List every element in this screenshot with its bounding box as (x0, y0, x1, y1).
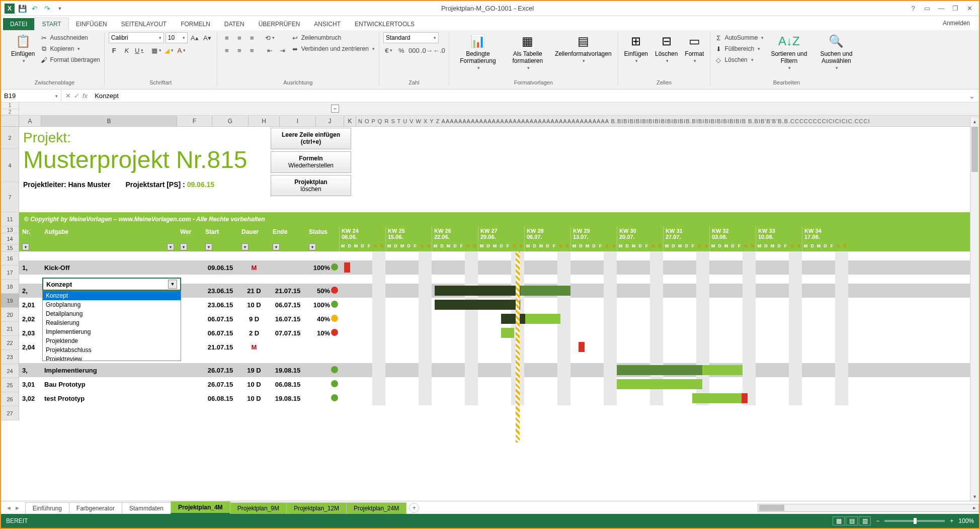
zoom-in-icon[interactable]: + (950, 517, 953, 524)
task-row[interactable]: 1,Kick-Off09.06.15M100% (19, 260, 979, 275)
expand-formula-icon[interactable]: ⌄ (964, 91, 979, 101)
format-as-table-button[interactable]: ▦Als Tabelle formatieren▾ (506, 32, 550, 71)
font-size-combo[interactable]: 10▾ (166, 32, 188, 43)
fill-color-button[interactable]: ◢▾ (164, 45, 175, 56)
dropdown-option[interactable]: Projektreview (43, 355, 181, 361)
col-g[interactable]: G (212, 116, 249, 126)
sheet-tab[interactable]: Projektplan_12M (286, 502, 347, 514)
zoom-level[interactable]: 100% (958, 517, 974, 524)
row-header-15[interactable]: 15 (1, 244, 19, 251)
signin-link[interactable]: Anmelden (943, 20, 979, 27)
row-header-4[interactable]: 4 (1, 149, 19, 182)
filter-nr[interactable]: ▾ (22, 243, 29, 250)
sheet-tab[interactable]: Projektplan_9M (230, 502, 287, 514)
format-painter-button[interactable]: 🖌Format übertragen (40, 54, 100, 65)
zoom-slider[interactable] (884, 520, 945, 522)
task-row[interactable]: 3,Implementierung26.07.1519 D19.08.15 (19, 363, 979, 377)
help-icon[interactable]: ? (907, 3, 920, 14)
task-row[interactable]: 3,02test Prototyp06.08.1510 D19.08.15 (19, 391, 979, 405)
tab-ueberpruefen[interactable]: ÜBERPRÜFEN (252, 18, 307, 30)
row-header-23[interactable]: 23 (1, 350, 19, 364)
scroll-up-icon[interactable]: ▲ (970, 118, 979, 126)
align-bottom-icon[interactable]: ≡ (247, 32, 258, 43)
outline-level-2[interactable]: 2 (1, 109, 19, 116)
row-header-20[interactable]: 20 (1, 308, 19, 322)
dropdown-toggle-icon[interactable]: ▼ (168, 280, 177, 289)
paste-button[interactable]: 📋 Einfügen ▾ (9, 32, 37, 64)
sheet-tab[interactable]: Farbgenerator (69, 502, 122, 514)
tab-entwicklertools[interactable]: ENTWICKLERTOOLS (348, 18, 422, 30)
align-center-icon[interactable]: ≡ (234, 45, 245, 56)
sheet-tab[interactable]: Projektplan_4M (171, 501, 230, 514)
dropdown-option[interactable]: Projektende (43, 336, 181, 345)
scroll-right-icon[interactable]: ► (970, 504, 978, 511)
sheet-tab[interactable]: Projektplan_24M (346, 502, 406, 514)
row-header-19[interactable]: 19 (1, 294, 19, 308)
row-header-16[interactable]: 16 (1, 251, 19, 266)
increase-font-icon[interactable]: A▴ (189, 32, 200, 43)
tab-einfuegen[interactable]: EINFÜGEN (69, 18, 114, 30)
ribbon-options-icon[interactable]: ▭ (921, 3, 934, 14)
col-j[interactable]: J (316, 116, 344, 126)
row-header-18[interactable]: 18 (1, 280, 19, 294)
task-row[interactable] (19, 251, 979, 260)
cancel-formula-icon[interactable]: ✕ (65, 92, 71, 100)
decrease-font-icon[interactable]: A▾ (202, 32, 213, 43)
filter-ende[interactable]: ▾ (273, 243, 280, 250)
dropdown-option[interactable]: Konzept (43, 291, 181, 300)
col-f[interactable]: F (177, 116, 212, 126)
save-icon[interactable]: 💾 (17, 3, 28, 14)
restore-formulas-button[interactable]: FormelnWiederherstellen (271, 151, 351, 173)
row-header-7[interactable]: 7 (1, 182, 19, 212)
fill-button[interactable]: ⬇Füllbereich▾ (714, 43, 764, 54)
sheet-tab[interactable]: Stammdaten (122, 502, 171, 514)
underline-button[interactable]: U▾ (134, 45, 145, 56)
row-header-25[interactable]: 25 (1, 378, 19, 392)
filter-start[interactable]: ▾ (205, 243, 212, 250)
close-icon[interactable]: ✕ (963, 3, 976, 14)
qat-customize-icon[interactable]: ▼ (54, 3, 65, 14)
row-header-27[interactable]: 27 (1, 406, 19, 420)
zoom-out-icon[interactable]: − (876, 517, 879, 524)
decrease-indent-icon[interactable]: ⇤ (265, 45, 276, 56)
dropdown-option[interactable]: Implementierung (43, 327, 181, 336)
vertical-scrollbar[interactable]: ▲ ▼ (970, 118, 979, 501)
tab-start[interactable]: START (34, 18, 68, 31)
horizontal-scrollbar[interactable]: ◄ ► (758, 504, 979, 512)
decrease-decimal-icon[interactable]: ←.0 (434, 45, 445, 56)
col-h[interactable]: H (249, 116, 280, 126)
formula-input[interactable]: Konzept (92, 92, 964, 100)
tab-ansicht[interactable]: ANSICHT (307, 18, 348, 30)
italic-button[interactable]: K (121, 45, 132, 56)
task-row[interactable]: 3,01Bau Prototyp26.07.1510 D06.08.15 (19, 377, 979, 391)
outline-level-1[interactable]: 1 (1, 103, 19, 109)
comma-icon[interactable]: 000 (409, 45, 420, 56)
copy-button[interactable]: ⧉Kopieren▾ (40, 43, 100, 54)
border-button[interactable]: ▦▾ (151, 45, 162, 56)
font-color-button[interactable]: A▾ (176, 45, 187, 56)
select-all[interactable] (1, 116, 19, 126)
undo-icon[interactable]: ↶ (29, 3, 40, 14)
col-a[interactable]: A (19, 116, 41, 126)
worksheet-grid[interactable]: 24711131415161718192021222324252627 Proj… (1, 127, 979, 444)
row-header-22[interactable]: 22 (1, 336, 19, 350)
bold-button[interactable]: F (109, 45, 120, 56)
row-header-17[interactable]: 17 (1, 266, 19, 280)
active-cell[interactable]: Konzept ▼ (42, 278, 181, 291)
tab-daten[interactable]: DATEN (217, 18, 252, 30)
dropdown-option[interactable]: Projektabschluss (43, 345, 181, 355)
wrap-text-button[interactable]: ↩Zeilenumbruch (291, 32, 375, 43)
currency-icon[interactable]: €▾ (383, 45, 394, 56)
outline-collapse-icon[interactable]: − (331, 105, 339, 113)
delete-cells-button[interactable]: ⊟Löschen▾ (653, 32, 680, 64)
minimize-icon[interactable]: — (935, 3, 948, 14)
normal-view-icon[interactable]: ▦ (833, 516, 845, 525)
col-i[interactable]: I (280, 116, 316, 126)
page-break-view-icon[interactable]: ▥ (859, 516, 871, 525)
row-header-13[interactable]: 13 (1, 226, 19, 233)
align-left-icon[interactable]: ≡ (221, 45, 232, 56)
align-middle-icon[interactable]: ≡ (234, 32, 245, 43)
increase-decimal-icon[interactable]: .0→ (421, 45, 432, 56)
find-select-button[interactable]: 🔍Suchen und Auswählen▾ (814, 32, 858, 71)
name-box[interactable]: B19▾ (1, 90, 61, 102)
